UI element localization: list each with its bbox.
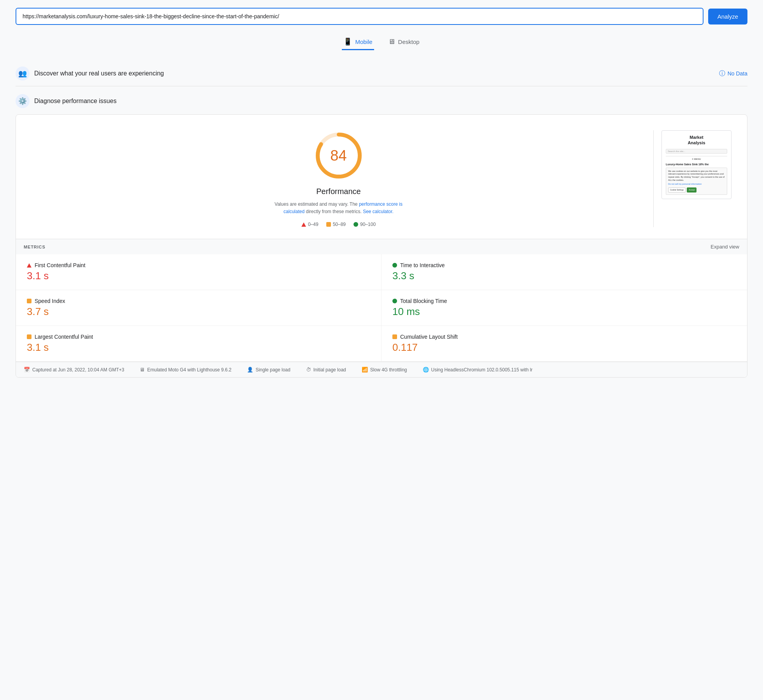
- tab-desktop[interactable]: 🖥 Desktop: [387, 34, 421, 50]
- card-footer: 📅 Captured at Jun 28, 2022, 10:04 AM GMT…: [16, 362, 747, 377]
- metric-lcp: Largest Contentful Paint 3.1 s: [16, 326, 382, 362]
- metric-fcp: First Contentful Paint 3.1 s: [16, 254, 382, 290]
- metrics-label: METRICS: [24, 245, 46, 249]
- status-triangle-fcp: [27, 263, 32, 268]
- metric-si-value: 3.7 s: [27, 306, 370, 318]
- timer-icon: ⏱: [306, 367, 311, 373]
- accept-btn[interactable]: Accept: [687, 187, 696, 192]
- score-description: Values are estimated and may vary. The p…: [269, 201, 409, 215]
- vertical-divider: [653, 130, 654, 227]
- users-icon: 👥: [18, 69, 27, 78]
- wifi-icon: 📶: [362, 367, 368, 373]
- globe-icon: 🌐: [423, 367, 429, 373]
- metric-tbt-value: 10 ms: [392, 306, 736, 318]
- legend-red-range: 0–49: [308, 222, 318, 227]
- score-section: 84 Performance Values are estimated and …: [32, 130, 646, 227]
- tab-desktop-label: Desktop: [398, 38, 420, 45]
- diagnose-title: Diagnose performance issues: [34, 98, 117, 105]
- footer-emulated: 🖥 Emulated Moto G4 with Lighthouse 9.6.2: [140, 367, 231, 373]
- single-page-icon: 👤: [247, 367, 253, 373]
- metric-cls-value: 0.117: [392, 341, 736, 354]
- url-bar-container: https://marketanalysis.com/luxury-home-s…: [16, 8, 747, 25]
- legend-triangle-icon: [301, 222, 306, 227]
- footer-chromium-text: Using HeadlessChromium 102.0.5005.115 wi…: [431, 367, 533, 373]
- preview-site-title: MarketAnalysis: [666, 135, 727, 146]
- metric-cls-name: Cumulative Layout Shift: [400, 334, 458, 340]
- metric-tbt-name-row: Total Blocking Time: [392, 298, 736, 304]
- preview-menu: ≡ MENU: [666, 158, 727, 160]
- preview-cookie-overlay: We use cookies on our website to give yo…: [666, 168, 727, 195]
- status-square-cls: [392, 334, 397, 339]
- footer-single-page-text: Single page load: [256, 367, 290, 373]
- footer-captured: 📅 Captured at Jun 28, 2022, 10:04 AM GMT…: [24, 367, 124, 373]
- legend-orange-range: 50–89: [333, 222, 346, 227]
- legend-dot-icon: [354, 222, 358, 227]
- footer-emulated-text: Emulated Moto G4 with Lighthouse 9.6.2: [147, 367, 231, 373]
- preview-search-text: Search the site...: [668, 150, 685, 152]
- status-square-si: [27, 299, 32, 303]
- expand-view-button[interactable]: Expand view: [710, 244, 739, 250]
- diagnose-icon-circle: ⚙️: [16, 94, 30, 108]
- info-icon: ⓘ: [719, 70, 725, 78]
- tab-mobile-label: Mobile: [355, 38, 372, 45]
- main-card: 84 Performance Values are estimated and …: [16, 114, 747, 378]
- metric-tti-value: 3.3 s: [392, 270, 736, 282]
- metric-si: Speed Index 3.7 s: [16, 290, 382, 326]
- metric-fcp-name-row: First Contentful Paint: [27, 262, 370, 268]
- metric-cls: Cumulative Layout Shift 0.117: [382, 326, 747, 362]
- status-dot-tbt: [392, 299, 397, 303]
- score-circle: 84: [313, 130, 364, 181]
- metric-si-name-row: Speed Index: [27, 298, 370, 304]
- no-data-label: No Data: [728, 70, 747, 77]
- footer-chromium: 🌐 Using HeadlessChromium 102.0.5005.115 …: [423, 367, 533, 373]
- desktop-icon: 🖥: [388, 38, 395, 46]
- legend-square-icon: [326, 222, 331, 227]
- mobile-icon: 📱: [343, 37, 352, 46]
- metrics-grid: First Contentful Paint 3.1 s Time to Int…: [16, 254, 747, 362]
- real-users-left: 👥 Discover what your real users are expe…: [16, 66, 164, 80]
- preview-divider: [666, 156, 727, 156]
- legend-orange: 50–89: [326, 222, 346, 227]
- diagnose-icon: ⚙️: [18, 97, 27, 105]
- real-users-section: 👥 Discover what your real users are expe…: [16, 61, 747, 86]
- score-desc-part2: directly from these metrics.: [306, 209, 361, 214]
- legend-green: 90–100: [354, 222, 376, 227]
- metric-si-name: Speed Index: [35, 298, 65, 304]
- score-calc-link2[interactable]: See calculator.: [363, 209, 394, 214]
- preview-search-bar: Search the site...: [666, 149, 727, 154]
- preview-section: MarketAnalysis Search the site... ≡ MENU…: [662, 130, 732, 199]
- footer-single-page: 👤 Single page load: [247, 367, 290, 373]
- score-number: 84: [330, 147, 346, 164]
- score-label: Performance: [316, 187, 361, 196]
- metric-lcp-name-row: Largest Contentful Paint: [27, 334, 370, 340]
- legend-green-range: 90–100: [360, 222, 376, 227]
- url-input[interactable]: https://marketanalysis.com/luxury-home-s…: [16, 8, 704, 25]
- metric-tti-name: Time to Interactive: [400, 262, 445, 268]
- do-not-sell-link[interactable]: Do not sell my personal information: [668, 183, 702, 185]
- footer-initial-load: ⏱ Initial page load: [306, 367, 346, 373]
- emulated-icon: 🖥: [140, 367, 145, 373]
- metric-fcp-name: First Contentful Paint: [35, 262, 86, 268]
- diagnose-header: ⚙️ Diagnose performance issues: [16, 94, 747, 108]
- analyze-button[interactable]: Analyze: [708, 9, 747, 24]
- tab-mobile[interactable]: 📱 Mobile: [342, 34, 374, 50]
- metric-tti: Time to Interactive 3.3 s: [382, 254, 747, 290]
- score-legend: 0–49 50–89 90–100: [301, 222, 376, 227]
- footer-initial-load-text: Initial page load: [313, 367, 346, 373]
- metric-lcp-value: 3.1 s: [27, 341, 370, 354]
- preview-cookie-text: We use cookies on our website to give yo…: [668, 170, 724, 181]
- footer-throttling: 📶 Slow 4G throttling: [362, 367, 407, 373]
- metric-tbt-name: Total Blocking Time: [400, 298, 447, 304]
- metric-lcp-name: Largest Contentful Paint: [35, 334, 93, 340]
- tabs: 📱 Mobile 🖥 Desktop: [16, 34, 747, 50]
- cookie-settings-btn[interactable]: Cookie Settings: [668, 187, 686, 192]
- real-users-title: Discover what your real users are experi…: [34, 70, 164, 77]
- metrics-header: METRICS Expand view: [16, 239, 747, 254]
- score-desc-part1: Values are estimated and may vary. The: [275, 201, 357, 207]
- metric-tti-name-row: Time to Interactive: [392, 262, 736, 268]
- status-square-lcp: [27, 334, 32, 339]
- metric-fcp-value: 3.1 s: [27, 270, 370, 282]
- legend-red: 0–49: [301, 222, 318, 227]
- metric-tbt: Total Blocking Time 10 ms: [382, 290, 747, 326]
- status-dot-tti: [392, 263, 397, 268]
